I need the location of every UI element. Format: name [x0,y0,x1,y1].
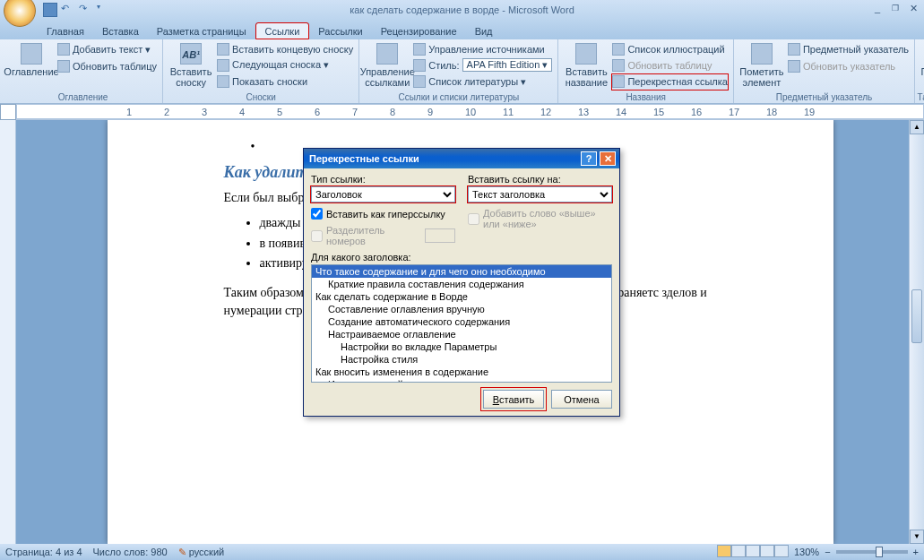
update-index-icon [788,60,800,73]
separator-row: Разделитель номеров [311,225,455,246]
dialog-help-button[interactable]: ? [581,151,597,166]
insert-footnote-button[interactable]: AB¹Вставить сноску [168,41,213,90]
word-count[interactable]: Число слов: 980 [93,547,168,557]
group-citations: Управление ссылками Управление источника… [359,39,558,103]
insert-reference-to-select[interactable]: Текст заголовка [468,186,612,202]
tab-home[interactable]: Главная [38,23,93,39]
group-toc: Оглавление Добавить текст ▾ Обновить таб… [4,39,163,103]
reference-type-select[interactable]: Заголовок [311,186,455,202]
manage-sources-link[interactable]: Управление источниками [413,41,552,56]
separator-input [425,228,455,243]
listbox-item[interactable]: Как сделать содержание в Ворде [312,290,611,303]
index-icon [788,43,800,56]
listbox-item[interactable]: Настраиваемое оглавление [312,328,611,340]
type-label: Тип ссылки: [311,174,455,185]
cross-reference-dialog: Перекрестные ссылки ? ✕ Тип ссылки: Заго… [303,148,620,417]
next-footnote-button[interactable]: Следующая сноска ▾ [217,57,353,73]
toc-icon [21,43,42,65]
listbox-item[interactable]: Изменение свойств оглавления [312,378,611,383]
insert-endnote-button[interactable]: Вставить концевую сноску [217,41,353,56]
scroll-up-button[interactable]: ▲ [910,120,924,134]
tab-review[interactable]: Рецензирование [372,23,466,39]
tab-references[interactable]: Ссылки [255,22,310,39]
view-buttons[interactable] [717,545,789,559]
update-figures-icon [612,59,625,72]
tab-layout[interactable]: Разметка страницы [148,23,255,39]
tab-view[interactable]: Вид [466,23,502,39]
zoom-in-button[interactable]: + [913,547,919,557]
zoom-knob[interactable] [876,547,883,557]
footnote-icon: AB¹ [180,43,202,65]
mark-entry-icon [751,43,773,65]
dialog-title: Перекрестные ссылки [307,153,578,164]
restore-button[interactable]: ❐ [888,2,902,14]
vertical-scrollbar[interactable]: ▲ ▼ [909,120,924,544]
hyperlink-checkbox[interactable] [311,208,323,220]
update-figures-button[interactable]: Обновить таблицу [612,57,728,73]
title-bar: ↶ ↷ ▾ как сделать содержание в ворде - M… [0,0,924,20]
tab-mailings[interactable]: Рассылки [309,23,371,39]
style-icon [413,59,426,72]
next-footnote-icon [217,59,229,72]
vertical-ruler[interactable] [0,120,16,544]
status-bar: Страница: 4 из 4 Число слов: 980 ✎ русск… [0,544,924,560]
hyperlink-checkbox-row[interactable]: Вставить как гиперссылку [311,208,455,220]
mark-citation-button[interactable]: Пометить ссылку [920,41,924,90]
heading-listbox[interactable]: Что такое содержание и для чего оно необ… [311,264,612,383]
above-below-row: Добавить слово «выше» или «ниже» [468,208,612,229]
group-index: Пометить элемент Предметный указатель Об… [734,39,915,103]
ribbon-tabs: Главная Вставка Разметка страницы Ссылки… [0,20,924,39]
mark-entry-button[interactable]: Пометить элемент [739,41,784,90]
listbox-item[interactable]: Настройка стиля [312,353,611,366]
dialog-close-button[interactable]: ✕ [600,151,616,166]
bibliography-button[interactable]: Список литературы ▾ [413,74,552,90]
show-notes-icon [217,75,229,88]
separator-checkbox [311,230,323,242]
tab-insert[interactable]: Вставка [93,23,148,39]
listbox-item[interactable]: Составление оглавления вручную [312,303,611,315]
update-table-button[interactable]: Обновить таблицу [57,58,157,74]
update-index-button[interactable]: Обновить указатель [788,58,909,74]
cross-ref-icon [612,75,625,88]
scroll-down-button[interactable]: ▼ [910,530,924,544]
insert-button[interactable]: Вставить [483,390,544,409]
show-notes-button[interactable]: Показать сноски [217,74,353,90]
listbox-item[interactable]: Как вносить изменения в содержание [312,366,611,378]
page-indicator[interactable]: Страница: 4 из 4 [5,547,82,557]
zoom-out-button[interactable]: − [825,547,830,557]
manage-sources-button[interactable]: Управление ссылками [365,41,410,90]
insert-index-button[interactable]: Предметный указатель [788,41,909,57]
dialog-title-bar[interactable]: Перекрестные ссылки ? ✕ [304,149,619,168]
zoom-slider[interactable] [836,550,908,554]
sources-icon [376,43,398,65]
window-title: как сделать содержание в ворде - Microso… [0,4,924,15]
listbox-item[interactable]: Настройки во вкладке Параметры [312,340,611,353]
scroll-thumb[interactable] [911,289,922,343]
minimize-button[interactable]: _ [870,2,885,14]
listbox-item[interactable]: Краткие правила составления содержания [312,278,611,290]
for-which-label: Для какого заголовка: [311,252,612,263]
listbox-item[interactable]: Создание автоматического содержания [312,315,611,328]
add-text-button[interactable]: Добавить текст ▾ [57,41,157,57]
close-button[interactable]: ✕ [906,2,920,14]
ruler-row: 12345678910111213141516171819 [0,104,924,120]
above-below-checkbox [468,213,479,225]
toc-button[interactable]: Оглавление [9,41,54,90]
update-icon [57,60,70,73]
listbox-item[interactable]: Что такое содержание и для чего оно необ… [312,265,611,278]
language-indicator[interactable]: ✎ русский [178,547,225,558]
table-of-figures-button[interactable]: Список иллюстраций [612,41,728,56]
citation-style-select[interactable]: Стиль: APA Fifth Edition ▾ [413,57,552,73]
cross-reference-button[interactable]: Перекрестная ссылка [612,74,728,90]
insert-caption-button[interactable]: Вставить название [564,41,609,90]
endnote-icon [217,43,229,56]
cancel-button[interactable]: Отмена [551,390,612,409]
tab-selector[interactable] [0,104,16,120]
figures-icon [612,43,625,56]
horizontal-ruler[interactable]: 12345678910111213141516171819 [16,104,924,119]
ribbon: Оглавление Добавить текст ▾ Обновить таб… [0,39,924,104]
zoom-level[interactable]: 130% [794,547,819,557]
caption-icon [575,43,597,65]
group-footnotes: AB¹Вставить сноску Вставить концевую сно… [163,39,359,103]
group-captions: Вставить название Список иллюстраций Обн… [558,39,734,103]
